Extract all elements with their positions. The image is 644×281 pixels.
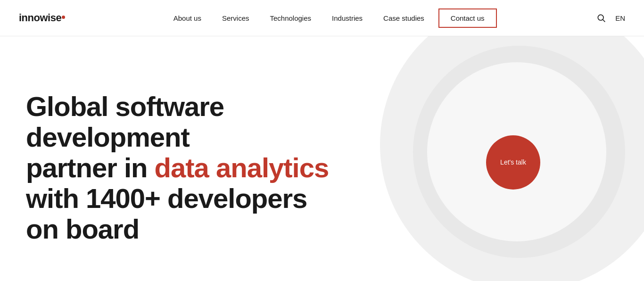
header-actions: EN bbox=[594, 11, 625, 25]
nav-item-industries[interactable]: Industries bbox=[322, 0, 373, 36]
hero-heading-line1: Global software development bbox=[26, 91, 224, 152]
logo[interactable]: innowise bbox=[19, 12, 65, 24]
logo-text: innowise bbox=[19, 12, 61, 24]
nav-item-technologies[interactable]: Technologies bbox=[259, 0, 322, 36]
hero-heading-line3: with 1400+ developers on board bbox=[26, 183, 307, 244]
lets-talk-button[interactable]: Let's talk bbox=[486, 135, 540, 190]
nav-item-services[interactable]: Services bbox=[212, 0, 260, 36]
language-selector[interactable]: EN bbox=[615, 14, 625, 22]
main-nav: About us Services Technologies Industrie… bbox=[163, 0, 497, 36]
hero-heading: Global software development partner in d… bbox=[26, 91, 330, 245]
search-button[interactable] bbox=[594, 11, 608, 25]
hero-section: Let's talk Global software development p… bbox=[0, 36, 644, 281]
hero-heading-highlight: data analytics bbox=[155, 152, 329, 183]
hero-content: Global software development partner in d… bbox=[0, 73, 330, 245]
nav-item-about-us[interactable]: About us bbox=[163, 0, 212, 36]
svg-line-1 bbox=[603, 20, 605, 22]
contact-us-button[interactable]: Contact us bbox=[438, 8, 497, 28]
svg-point-0 bbox=[598, 15, 603, 20]
logo-dot bbox=[62, 16, 65, 19]
nav-item-case-studies[interactable]: Case studies bbox=[373, 0, 435, 36]
search-icon bbox=[596, 13, 606, 23]
site-header: innowise About us Services Technologies … bbox=[0, 0, 644, 36]
hero-heading-line2-plain: partner in bbox=[26, 152, 155, 183]
